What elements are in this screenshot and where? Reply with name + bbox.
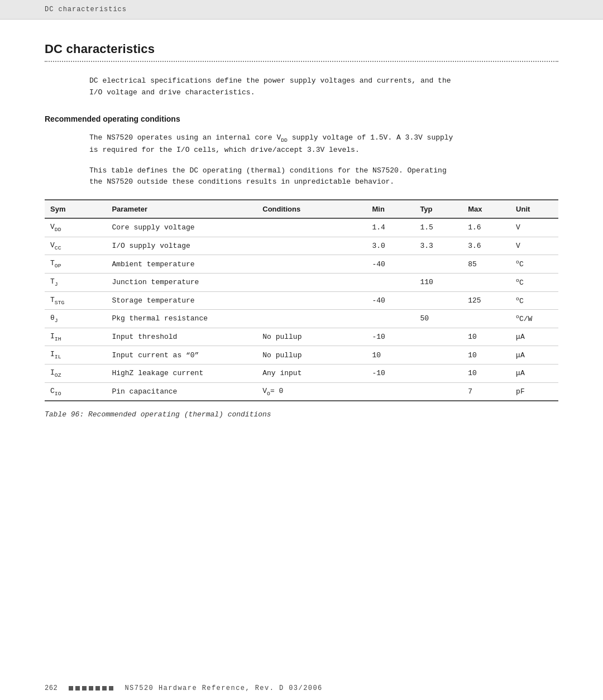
cell-conditions: No pullup bbox=[257, 346, 366, 365]
cell-min: -10 bbox=[367, 328, 415, 346]
cell-conditions: VO= 0 bbox=[257, 382, 366, 401]
main-content: DC characteristics DC electrical specifi… bbox=[0, 20, 603, 463]
cell-max bbox=[462, 310, 510, 328]
cell-parameter: Ambient temperature bbox=[106, 255, 257, 274]
cell-min: 3.0 bbox=[367, 237, 415, 255]
cell-typ bbox=[414, 255, 462, 274]
cell-parameter: I/O supply voltage bbox=[106, 237, 257, 255]
cell-sym: TJ bbox=[45, 273, 106, 291]
footer-dot-4 bbox=[89, 686, 93, 691]
cell-parameter: Junction temperature bbox=[106, 273, 257, 291]
para1: The NS7520 operates using an internal co… bbox=[89, 132, 558, 156]
para2: This table defines the DC operating (the… bbox=[89, 165, 558, 189]
cell-conditions bbox=[257, 310, 366, 328]
cell-typ bbox=[414, 328, 462, 346]
table-row: IILInput current as “0”No pullup1010μA bbox=[45, 346, 558, 365]
page-wrapper: DC characteristics DC characteristics DC… bbox=[0, 0, 603, 700]
cell-max: 10 bbox=[462, 346, 510, 365]
cell-min: 1.4 bbox=[367, 218, 415, 237]
cell-parameter: Input threshold bbox=[106, 328, 257, 346]
table-row: TJJunction temperature110oC bbox=[45, 273, 558, 291]
cell-typ: 50 bbox=[414, 310, 462, 328]
cell-parameter: Pkg thermal resistance bbox=[106, 310, 257, 328]
cell-parameter: Pin capacitance bbox=[106, 382, 257, 401]
dotted-separator bbox=[45, 61, 558, 62]
cell-min bbox=[367, 310, 415, 328]
cell-typ bbox=[414, 291, 462, 310]
table-row: IOZHighZ leakage currentAny input-1010μA bbox=[45, 364, 558, 382]
cell-typ bbox=[414, 346, 462, 365]
table-row: TSTGStorage temperature-40125oC bbox=[45, 291, 558, 310]
footer-dot-3 bbox=[82, 686, 87, 691]
cell-sym: VDD bbox=[45, 218, 106, 237]
cell-unit: V bbox=[510, 218, 558, 237]
cell-max: 85 bbox=[462, 255, 510, 274]
cell-unit: μA bbox=[510, 364, 558, 382]
cell-sym: VCC bbox=[45, 237, 106, 255]
cell-max bbox=[462, 273, 510, 291]
cell-unit: μA bbox=[510, 328, 558, 346]
cell-max: 10 bbox=[462, 328, 510, 346]
col-header-max: Max bbox=[462, 200, 510, 218]
page-footer: 262 NS7520 Hardware Reference, Rev. D 03… bbox=[0, 677, 603, 700]
cell-max: 7 bbox=[462, 382, 510, 401]
cell-sym: IIH bbox=[45, 328, 106, 346]
cell-unit: oC bbox=[510, 273, 558, 291]
cell-sym: IOZ bbox=[45, 364, 106, 382]
col-header-unit: Unit bbox=[510, 200, 558, 218]
section-title: DC characteristics bbox=[45, 42, 558, 56]
cell-unit: oC/W bbox=[510, 310, 558, 328]
table-row: θJPkg thermal resistance50oC/W bbox=[45, 310, 558, 328]
cell-unit: pF bbox=[510, 382, 558, 401]
cell-unit: oC bbox=[510, 291, 558, 310]
cell-max: 125 bbox=[462, 291, 510, 310]
cell-min: -10 bbox=[367, 364, 415, 382]
cell-sym: TSTG bbox=[45, 291, 106, 310]
breadcrumb: DC characteristics bbox=[45, 6, 127, 13]
table-header-row: Sym Parameter Conditions Min Typ Max Uni… bbox=[45, 200, 558, 218]
footer-dots bbox=[69, 686, 113, 691]
col-header-min: Min bbox=[367, 200, 415, 218]
cell-min: -40 bbox=[367, 291, 415, 310]
cell-conditions bbox=[257, 237, 366, 255]
cell-conditions bbox=[257, 291, 366, 310]
cell-typ: 1.5 bbox=[414, 218, 462, 237]
footer-doc-title: NS7520 Hardware Reference, Rev. D 03/200… bbox=[125, 684, 322, 692]
cell-min: -40 bbox=[367, 255, 415, 274]
footer-dot-2 bbox=[75, 686, 80, 691]
cell-min bbox=[367, 273, 415, 291]
footer-page-number: 262 bbox=[45, 684, 58, 692]
cell-conditions bbox=[257, 218, 366, 237]
cell-parameter: HighZ leakage current bbox=[106, 364, 257, 382]
cell-conditions bbox=[257, 255, 366, 274]
cell-typ bbox=[414, 382, 462, 401]
cell-max: 1.6 bbox=[462, 218, 510, 237]
footer-dot-6 bbox=[102, 686, 107, 691]
table-row: VDDCore supply voltage1.41.51.6V bbox=[45, 218, 558, 237]
cell-unit: oC bbox=[510, 255, 558, 274]
col-header-cond: Conditions bbox=[257, 200, 366, 218]
cell-parameter: Storage temperature bbox=[106, 291, 257, 310]
footer-dot-5 bbox=[95, 686, 100, 691]
cell-min bbox=[367, 382, 415, 401]
cell-unit: μA bbox=[510, 346, 558, 365]
col-header-sym: Sym bbox=[45, 200, 106, 218]
footer-dot-7 bbox=[109, 686, 113, 691]
col-header-typ: Typ bbox=[414, 200, 462, 218]
col-header-param: Parameter bbox=[106, 200, 257, 218]
cell-unit: V bbox=[510, 237, 558, 255]
table-row: CIOPin capacitanceVO= 07pF bbox=[45, 382, 558, 401]
cell-conditions: No pullup bbox=[257, 328, 366, 346]
header-bar: DC characteristics bbox=[0, 0, 603, 20]
cell-sym: TOP bbox=[45, 255, 106, 274]
cell-conditions: Any input bbox=[257, 364, 366, 382]
table-row: IIHInput thresholdNo pullup-1010μA bbox=[45, 328, 558, 346]
table-caption: Table 96: Recommended operating (thermal… bbox=[45, 410, 558, 419]
cell-min: 10 bbox=[367, 346, 415, 365]
cell-sym: θJ bbox=[45, 310, 106, 328]
cell-typ: 3.3 bbox=[414, 237, 462, 255]
cell-sym: CIO bbox=[45, 382, 106, 401]
table-row: VCCI/O supply voltage3.03.33.6V bbox=[45, 237, 558, 255]
conditions-table: Sym Parameter Conditions Min Typ Max Uni… bbox=[45, 199, 558, 401]
cell-parameter: Core supply voltage bbox=[106, 218, 257, 237]
